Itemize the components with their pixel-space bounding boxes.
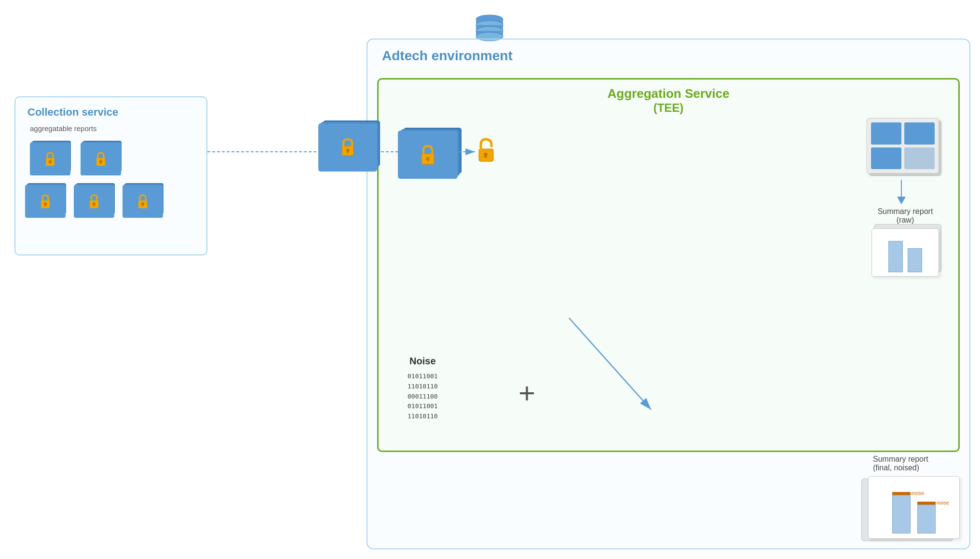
noise-binary: 01011001 11010110 00011100 01011001 1101… (408, 372, 438, 422)
svg-rect-24 (94, 204, 95, 206)
noise-annotation-2: noise (937, 500, 949, 506)
collection-report-3 (25, 183, 66, 217)
adtech-environment: Adtech environment Aggregation Service (… (367, 39, 970, 549)
svg-rect-18 (100, 161, 102, 164)
summary-report-final: Summary report (final, noised) noise noi… (868, 455, 960, 539)
summary-report-raw: Summary report (raw) (871, 207, 939, 277)
arrow-decoded-to-summary (897, 180, 906, 204)
arrow-middle-to-aggregation (381, 142, 487, 161)
adtech-title: Adtech environment (382, 48, 513, 64)
decoded-report-card (867, 118, 939, 173)
noise-bar-1: noise (892, 492, 911, 495)
collection-subtitle: aggregatable reports (30, 124, 96, 133)
noise-label: Noise (408, 356, 438, 367)
svg-rect-15 (50, 161, 51, 164)
svg-rect-21 (45, 204, 46, 206)
svg-rect-32 (347, 150, 349, 153)
collection-report-4 (74, 183, 115, 217)
noise-annotation-1: noise (912, 490, 924, 496)
collection-report-2 (81, 141, 122, 174)
collection-report-1 (30, 141, 71, 174)
collection-report-5 (122, 183, 163, 217)
noise-section: Noise 01011001 11010110 00011100 0101100… (408, 356, 438, 422)
svg-line-36 (569, 318, 651, 410)
aggregation-title: Aggregation Service (TEE) (608, 86, 730, 115)
middle-stacked-reports (318, 120, 381, 173)
collection-title: Collection service (27, 106, 118, 119)
svg-rect-27 (142, 204, 144, 206)
collection-service-box: Collection service aggregatable reports (14, 96, 207, 255)
noise-bar-2: noise (917, 502, 936, 505)
diagonal-arrow-to-final (531, 313, 723, 439)
